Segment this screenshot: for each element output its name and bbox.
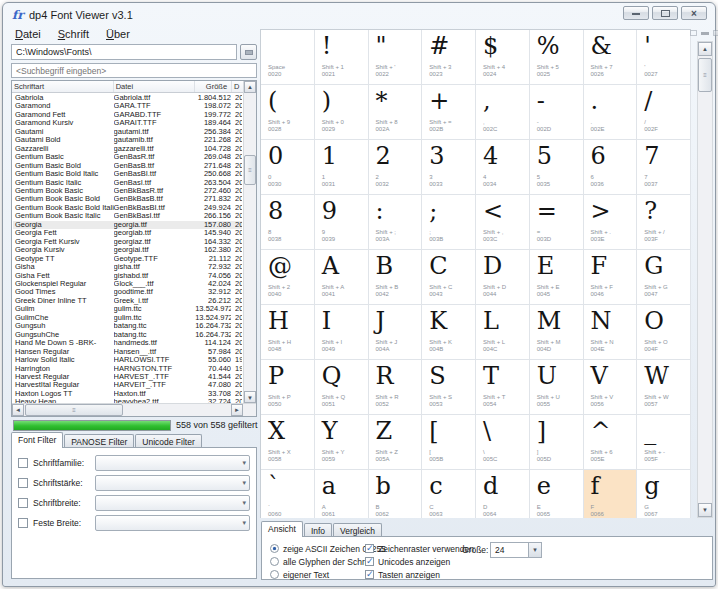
font-row[interactable]: Garamond GARA.TTF 198.072 20 (13, 102, 242, 110)
glyph-cell[interactable]: M Shift + M 004D (530, 305, 584, 360)
menu-item[interactable]: Datei (8, 26, 48, 40)
glyph-cell[interactable]: Y Shift + Y 0059 (315, 415, 369, 470)
filter-tab[interactable]: PANOSE Filter (64, 434, 134, 448)
glyph-cell[interactable]: / / 002F (637, 85, 691, 140)
filter-tab[interactable]: Font Filter (11, 432, 63, 448)
column-header-datum[interactable]: D (231, 81, 243, 92)
glyph-cell[interactable]: ] ] 005D (530, 415, 584, 470)
glyph-cell[interactable]: > Shift + . 003E (584, 195, 638, 250)
glyph-cell[interactable]: % Shift + 5 0025 (530, 30, 584, 85)
glyph-cell[interactable]: 5 5 0035 (530, 140, 584, 195)
font-row[interactable]: Gentium Basic GenBasR.ttf 269.048 20 (13, 153, 242, 161)
glyph-cell[interactable]: B Shift + B 0042 (369, 250, 423, 305)
glyph-cell[interactable]: P Shift + P 0050 (261, 360, 315, 415)
view-tab[interactable]: Info (304, 523, 332, 537)
glyph-cell[interactable]: D Shift + D 0044 (476, 250, 530, 305)
filter-checkbox[interactable] (18, 458, 28, 468)
glyph-cell[interactable]: 0 0 0030 (261, 140, 315, 195)
search-input[interactable] (11, 63, 257, 78)
filter-dropdown[interactable]: ▾ (95, 455, 250, 471)
glyph-cell[interactable]: ? Shift + / 003F (637, 195, 691, 250)
font-row[interactable]: Glockenspiel Regular Glock___.ttf 42.024… (13, 280, 242, 288)
font-row[interactable]: Georgia Fett georgiab.ttf 145.940 20 (13, 229, 242, 237)
glyph-cell[interactable]: ( Shift + 9 0028 (261, 85, 315, 140)
glyph-cell[interactable]: K Shift + K 004B (422, 305, 476, 360)
glyph-cell[interactable]: U Shift + U 0055 (530, 360, 584, 415)
glyph-cell[interactable]: 2 2 0032 (369, 140, 423, 195)
glyph-cell[interactable]: e E 0065 (530, 470, 584, 518)
font-row[interactable]: Georgia georgia.ttf 157.080 20 (13, 221, 242, 229)
view-tab[interactable]: Ansicht (261, 521, 303, 537)
font-row[interactable]: Good Times goodtime.ttf 32.912 20 (13, 288, 242, 296)
glyph-cell[interactable]: S Shift + S 0053 (422, 360, 476, 415)
font-row[interactable]: Harlow Solid Italic HARLOWSI.TTF 55.060 … (13, 356, 242, 364)
glyph-cell[interactable]: , , 002C (476, 85, 530, 140)
glyph-cell[interactable]: E Shift + E 0045 (530, 250, 584, 305)
glyph-cell[interactable]: & Shift + 7 0026 (584, 30, 638, 85)
font-row[interactable]: Gentium Book Basic Bold GenBkBasB.ttf 27… (13, 195, 242, 203)
glyph-cell[interactable]: ) Shift + 0 0029 (315, 85, 369, 140)
font-row[interactable]: Gautami gautami.ttf 256.384 20 (13, 128, 242, 136)
glyph-cell[interactable]: ` ` 0060 (261, 470, 315, 518)
glyph-cell[interactable]: Q Shift + Q 0051 (315, 360, 369, 415)
font-row[interactable]: Gentium Book Basic Italic GenBkBasI.ttf … (13, 212, 242, 220)
view-tab[interactable]: Vergleich (333, 523, 382, 537)
glyph-cell[interactable]: R Shift + R 0052 (369, 360, 423, 415)
font-row[interactable]: GungsuhChe batang.ttc 16.264.732 20 (13, 331, 242, 339)
font-row[interactable]: Georgia Kursiv georgiai.ttf 162.380 20 (13, 246, 242, 254)
glyph-cell[interactable]: X Shift + X 0058 (261, 415, 315, 470)
font-row[interactable]: Greek Diner Inline TT Greek_i.ttf 26.212… (13, 297, 242, 305)
glyph-cell[interactable]: H Shift + H 0048 (261, 305, 315, 360)
scroll-up-icon[interactable]: ▲ (698, 42, 712, 56)
glyph-cell[interactable]: _ Shift + - 005F (637, 415, 691, 470)
filter-checkbox[interactable] (18, 518, 28, 528)
scroll-right-icon[interactable]: ► (231, 404, 243, 416)
column-header-schriftart[interactable]: Schriftart (12, 81, 113, 92)
glyph-cell[interactable]: N Shift + N 004E (584, 305, 638, 360)
checkbox-option[interactable]: Tasten anzeigen (365, 568, 474, 581)
menu-item[interactable]: Über (99, 26, 137, 40)
font-row[interactable]: Harrington HARNGTON.TTF 70.440 19 (13, 365, 242, 373)
glyph-cell[interactable]: < Shift + , 003C (476, 195, 530, 250)
glyph-cell[interactable]: $ Shift + 4 0024 (476, 30, 530, 85)
glyph-cell[interactable]: 8 8 0038 (261, 195, 315, 250)
font-row[interactable]: Gazzarelli gazzarelli.ttf 104.728 20 (13, 145, 242, 153)
font-row[interactable]: Geotype TT Geotype.TTF 21.112 20 (13, 255, 242, 263)
path-input[interactable] (11, 44, 237, 60)
size-dropdown[interactable]: 24 ▾ (490, 542, 542, 558)
font-list-horizontal-scrollbar[interactable]: ◄ ≡ ► (12, 403, 256, 416)
font-row[interactable]: Garamond Fett GARABD.TTF 199.772 20 (13, 111, 242, 119)
glyph-cell[interactable]: * Shift + 8 002A (369, 85, 423, 140)
glyph-cell[interactable]: + Shift + = 002B (422, 85, 476, 140)
glyph-cell[interactable]: 9 9 0039 (315, 195, 369, 250)
glyph-cell[interactable]: Space 0020 (261, 30, 315, 85)
glyph-cell[interactable]: G Shift + G 0047 (637, 250, 691, 305)
close-button[interactable]: × (681, 6, 707, 20)
font-row[interactable]: Gisha Fett gishabd.ttf 74.056 20 (13, 272, 242, 280)
font-row[interactable]: Garamond Kursiv GARAIT.TTF 189.464 20 (13, 119, 242, 127)
scroll-up-icon[interactable]: ▲ (244, 81, 256, 93)
glyph-cell[interactable]: c C 0063 (422, 470, 476, 518)
font-row[interactable]: GulimChe gulim.ttc 13.524.972 20 (13, 314, 242, 322)
glyph-cell[interactable]: [ [ 005B (422, 415, 476, 470)
glyph-cell[interactable]: Z Shift + Z 005A (369, 415, 423, 470)
checkbox-option[interactable]: Zeichenraster verwenden (365, 542, 474, 555)
glyph-cell[interactable]: : Shift + ; 003A (369, 195, 423, 250)
filter-dropdown[interactable]: ▾ (95, 515, 250, 531)
glyph-cell[interactable]: I Shift + I 0049 (315, 305, 369, 360)
font-row[interactable]: Gabriola Gabriola.ttf 1.804.512 20 (13, 94, 242, 102)
glyph-cell[interactable]: - - 002D (530, 85, 584, 140)
glyph-cell[interactable]: F Shift + F 0046 (584, 250, 638, 305)
scroll-down-icon[interactable]: ▼ (244, 391, 256, 403)
filter-tab[interactable]: Unicode Filter (135, 434, 201, 448)
font-row[interactable]: HarvestItal Regular HARVEIT_.TTF 47.080 … (13, 381, 242, 389)
font-row[interactable]: Gungsuh batang.ttc 16.264.732 20 (13, 322, 242, 330)
glyph-cell[interactable]: V Shift + V 0056 (584, 360, 638, 415)
glyph-cell[interactable]: A Shift + A 0041 (315, 250, 369, 305)
glyph-cell[interactable]: L Shift + L 004C (476, 305, 530, 360)
filter-checkbox[interactable] (18, 478, 28, 488)
browse-button[interactable] (240, 44, 257, 60)
font-row[interactable]: Gentium Book Basic GenBkBasR.ttf 272.460… (13, 187, 242, 195)
filter-dropdown[interactable]: ▾ (95, 495, 250, 511)
column-header-datei[interactable]: Datei (113, 81, 194, 92)
